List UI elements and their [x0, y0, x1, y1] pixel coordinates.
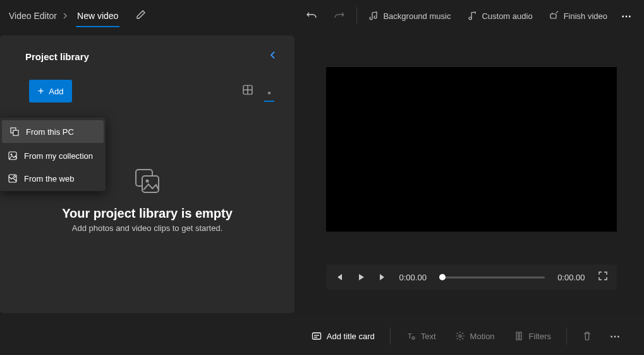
plus-icon: +: [38, 86, 44, 96]
player-controls: 0:00.00 0:00.00: [326, 265, 617, 290]
filters-button[interactable]: Filters: [509, 326, 556, 346]
prev-frame-button[interactable]: [335, 273, 344, 282]
seek-slider[interactable]: [439, 277, 545, 278]
redo-button[interactable]: [327, 6, 351, 25]
svg-point-18: [14, 176, 16, 178]
motion-label: Motion: [470, 332, 495, 341]
preview-panel: 0:00.00 0:00.00: [298, 35, 644, 313]
text-button[interactable]: T Text: [401, 326, 441, 346]
divider: [566, 327, 567, 345]
time-total: 0:00.00: [557, 273, 585, 282]
add-title-card-label: Add title card: [327, 332, 375, 341]
breadcrumb-root[interactable]: Video Editor: [8, 8, 58, 23]
divider: [390, 327, 391, 345]
background-music-label: Background music: [383, 11, 451, 21]
grid-small-icon[interactable]: [264, 85, 274, 97]
add-from-web-item[interactable]: From the web: [0, 167, 106, 190]
svg-point-12: [146, 179, 149, 182]
media-placeholder-icon: [133, 167, 161, 197]
add-menu: From this PC From my collection From the…: [0, 118, 106, 191]
svg-rect-25: [516, 332, 518, 340]
motion-button[interactable]: Motion: [450, 326, 500, 346]
add-from-collection-label: From my collection: [24, 151, 93, 161]
add-from-web-label: From the web: [24, 174, 74, 184]
fullscreen-button[interactable]: [598, 271, 608, 283]
finish-video-label: Finish video: [564, 11, 607, 21]
project-library-title: Project library: [15, 51, 89, 62]
grid-large-icon[interactable]: [243, 85, 253, 97]
text-label: Text: [421, 332, 436, 341]
svg-rect-26: [519, 332, 521, 340]
breadcrumb-current[interactable]: New video: [76, 4, 119, 27]
storyboard-more-button[interactable]: ⋯: [606, 328, 625, 345]
storyboard-toolbar: Add title card T Text Motion Filters ⋯: [0, 317, 644, 355]
svg-point-16: [11, 154, 13, 156]
svg-rect-5: [268, 92, 270, 94]
more-button[interactable]: ⋯: [617, 8, 636, 25]
play-button[interactable]: [356, 273, 365, 282]
add-button-label: Add: [49, 87, 63, 96]
filters-label: Filters: [529, 332, 551, 341]
delete-button[interactable]: [577, 326, 597, 346]
background-music-button[interactable]: Background music: [362, 7, 457, 25]
svg-point-24: [459, 335, 461, 337]
custom-audio-label: Custom audio: [482, 11, 532, 21]
empty-subtitle: Add photos and video clips to get starte…: [72, 223, 223, 233]
time-current: 0:00.00: [399, 273, 427, 282]
svg-rect-1: [550, 14, 556, 18]
breadcrumb: Video Editor New video: [8, 4, 119, 27]
svg-rect-19: [312, 333, 320, 339]
svg-rect-14: [13, 130, 18, 135]
edit-name-icon[interactable]: [132, 6, 150, 26]
chevron-right-icon: [62, 11, 68, 21]
add-title-card-button[interactable]: Add title card: [307, 326, 380, 346]
svg-text:T: T: [408, 332, 412, 340]
divider: [356, 7, 357, 25]
add-from-pc-label: From this PC: [26, 127, 74, 137]
empty-title: Your project library is empty: [62, 206, 233, 221]
add-from-collection-item[interactable]: From my collection: [0, 144, 106, 167]
custom-audio-button[interactable]: Custom audio: [461, 7, 538, 25]
undo-button[interactable]: [300, 6, 324, 25]
next-frame-button[interactable]: [378, 273, 387, 282]
video-preview-canvas[interactable]: [326, 67, 617, 232]
finish-video-button[interactable]: Finish video: [543, 7, 614, 25]
collapse-library-icon[interactable]: [267, 48, 279, 65]
svg-point-23: [412, 337, 415, 339]
add-from-pc-item[interactable]: From this PC: [2, 120, 104, 143]
